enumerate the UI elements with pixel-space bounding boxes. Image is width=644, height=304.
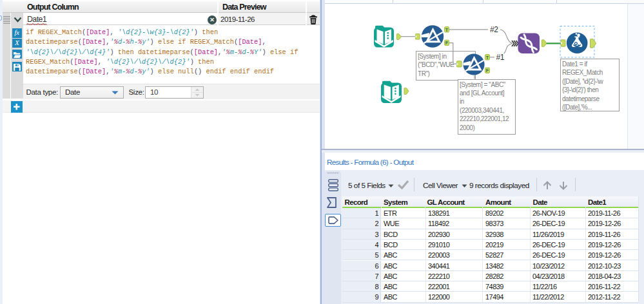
svg-text:#1: #1: [496, 53, 505, 62]
svg-text:#2: #2: [490, 25, 498, 34]
svg-text:T: T: [445, 28, 449, 32]
svg-text:F: F: [486, 68, 489, 73]
svg-text:T: T: [486, 55, 489, 60]
svg-text:F: F: [445, 41, 449, 45]
